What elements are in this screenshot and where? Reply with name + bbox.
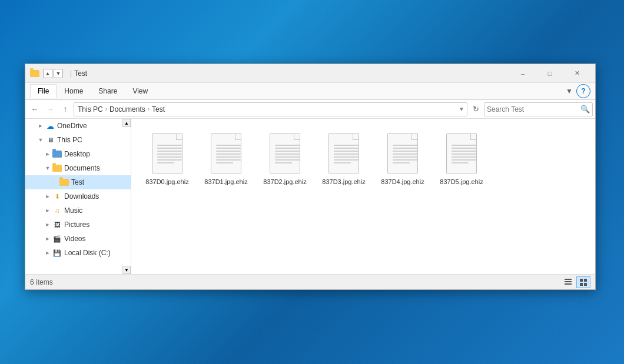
pictures-label: Pictures [64, 221, 89, 229]
icon-view-button[interactable] [576, 276, 590, 288]
file-item-4[interactable]: 837D4.jpg.ehiz [376, 128, 429, 189]
doc-line [334, 148, 359, 149]
address-bar-row: ← → ↑ This PC › Documents › Test ▼ ↻ 🔍 [25, 100, 595, 119]
expand-localdisk[interactable]: ► [44, 249, 51, 256]
up-button[interactable]: ↑ [58, 102, 72, 116]
doc-line [393, 151, 417, 152]
file-icon-1 [208, 131, 244, 175]
address-path[interactable]: This PC › Documents › Test ▼ [74, 102, 467, 116]
file-name-0: 837D0.jpg.ehiz [145, 178, 188, 186]
search-box[interactable]: 🔍 [484, 102, 593, 116]
sidebar-scroll-down[interactable]: ▼ [122, 266, 131, 274]
documents-folder-icon [52, 163, 62, 173]
quick-access-up[interactable]: ▲ [43, 69, 52, 78]
doc-body [211, 133, 241, 173]
title-bar-actions: ▲ ▼ [30, 69, 63, 78]
window-controls: – □ ✕ [509, 64, 590, 83]
close-button[interactable]: ✕ [563, 64, 590, 83]
file-name-5: 837D5.jpg.ehiz [440, 178, 483, 186]
file-name-1: 837D1.jpg.ehiz [204, 178, 247, 186]
window-title: Test [74, 69, 509, 78]
doc-line [334, 145, 359, 146]
maximize-button[interactable]: □ [536, 64, 563, 83]
expand-videos[interactable]: ► [44, 235, 51, 242]
list-view-button[interactable] [561, 276, 575, 288]
sidebar: ▲ ► ☁ OneDrive ▼ 🖥 This PC ► [25, 119, 131, 274]
main-area: ▲ ► ☁ OneDrive ▼ 🖥 This PC ► [25, 119, 595, 274]
file-name-4: 837D4.jpg.ehiz [381, 178, 424, 186]
search-input[interactable] [487, 105, 580, 113]
back-button[interactable]: ← [28, 102, 42, 116]
title-separator: | [70, 69, 72, 78]
quick-access-down[interactable]: ▼ [54, 69, 63, 78]
test-folder-icon [59, 178, 69, 187]
file-item-3[interactable]: 837D3.jpg.ehiz [317, 128, 370, 189]
doc-line [334, 159, 359, 161]
expand-downloads[interactable]: ► [44, 193, 51, 200]
music-label: Music [64, 206, 82, 215]
thispc-label: This PC [57, 136, 82, 144]
path-documents[interactable]: Documents [108, 105, 147, 113]
path-dropdown-icon[interactable]: ▼ [459, 106, 464, 112]
localdisk-label: Local Disk (C:) [64, 249, 111, 257]
content-area: 837D0.jpg.ehiz 837D1.jpg.ehiz [131, 119, 595, 274]
sidebar-item-desktop[interactable]: ► Desktop [25, 147, 131, 161]
forward-button[interactable]: → [43, 102, 57, 116]
tab-view[interactable]: View [125, 84, 155, 98]
svg-rect-4 [584, 279, 587, 282]
help-button[interactable]: ? [576, 84, 590, 98]
doc-line [275, 162, 292, 163]
sidebar-item-music[interactable]: ► ♫ Music [25, 203, 131, 218]
test-label: Test [71, 178, 84, 186]
file-item-5[interactable]: 837D5.jpg.ehiz [435, 128, 488, 189]
file-item-1[interactable]: 837D1.jpg.ehiz [200, 128, 253, 189]
doc-line [157, 153, 182, 155]
minimize-button[interactable]: – [509, 64, 536, 83]
expand-thispc[interactable]: ▼ [37, 136, 44, 143]
sidebar-item-localdisk[interactable]: ► 💾 Local Disk (C:) [25, 246, 131, 260]
doc-lines [452, 145, 476, 165]
sidebar-item-videos[interactable]: ► 🎬 Videos [25, 232, 131, 246]
path-thispc[interactable]: This PC [77, 105, 104, 113]
expand-test[interactable] [51, 179, 58, 186]
sidebar-item-test[interactable]: Test [25, 175, 131, 189]
expand-documents[interactable]: ▼ [44, 165, 51, 172]
path-test[interactable]: Test [151, 105, 166, 113]
sidebar-item-downloads[interactable]: ► ⬇ Downloads [25, 189, 131, 203]
doc-line [275, 153, 300, 155]
desktop-folder-icon [52, 149, 62, 159]
doc-line [452, 159, 476, 161]
file-icon-0 [150, 131, 185, 175]
videos-icon: 🎬 [52, 234, 62, 243]
expand-desktop[interactable]: ► [44, 151, 51, 158]
doc-line [216, 162, 233, 163]
search-icon[interactable]: 🔍 [580, 105, 590, 113]
doc-line [452, 156, 476, 158]
file-item-2[interactable]: 837D2.jpg.ehiz [258, 128, 311, 189]
sidebar-item-thispc[interactable]: ▼ 🖥 This PC [25, 133, 131, 147]
tab-home[interactable]: Home [57, 84, 91, 98]
hdd-icon: 💾 [52, 248, 62, 258]
doc-line [157, 145, 182, 146]
tab-share[interactable]: Share [91, 84, 125, 98]
doc-line [452, 145, 476, 146]
ribbon-expand-icon[interactable]: ▼ [562, 84, 576, 98]
list-view-icon [564, 278, 572, 286]
doc-line [393, 162, 410, 163]
file-item-0[interactable]: 837D0.jpg.ehiz [141, 128, 194, 189]
refresh-button[interactable]: ↻ [469, 102, 483, 116]
doc-line [393, 156, 417, 158]
expand-music[interactable]: ► [44, 207, 51, 214]
documents-label: Documents [64, 164, 100, 172]
doc-body [387, 133, 418, 173]
sidebar-item-pictures[interactable]: ► 🖼 Pictures [25, 218, 131, 232]
computer-icon: 🖥 [45, 135, 55, 145]
sidebar-scroll-up[interactable]: ▲ [122, 119, 131, 127]
sidebar-item-onedrive[interactable]: ► ☁ OneDrive [25, 119, 131, 133]
onedrive-label: OneDrive [57, 122, 87, 130]
expand-pictures[interactable]: ► [44, 221, 51, 228]
tab-file[interactable]: File [30, 84, 57, 98]
file-icon-3 [326, 131, 361, 175]
expand-onedrive[interactable]: ► [37, 122, 44, 129]
sidebar-item-documents[interactable]: ▼ Documents [25, 161, 131, 175]
